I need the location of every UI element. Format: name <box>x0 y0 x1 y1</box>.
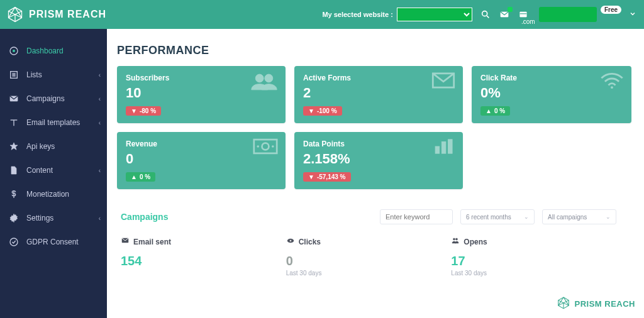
people-icon <box>451 237 460 246</box>
range-selected: 6 recent months <box>466 214 511 221</box>
chevron-left-icon: ‹ <box>99 72 101 79</box>
envelope-icon <box>121 237 130 246</box>
performance-heading: PERFORMANCE <box>117 44 626 57</box>
campaigns-icon <box>9 94 19 104</box>
card-delta: ▲0 % <box>480 106 510 116</box>
svg-marker-16 <box>10 143 18 150</box>
card-title: Data Points <box>303 140 454 148</box>
card-subscribers[interactable]: Subscribers 10 ▼-80 % <box>117 66 286 123</box>
chevron-down-icon <box>629 9 636 20</box>
range-select[interactable]: 6 recent months ⌄ <box>460 209 535 224</box>
sidebar-item-label: GDPR Consent <box>26 238 79 246</box>
stat-label: Clicks <box>299 238 321 246</box>
svg-rect-29 <box>441 142 446 154</box>
sidebar-item-label: Settings <box>26 214 53 222</box>
card-delta: ▼-57,143 % <box>303 172 351 182</box>
card-data-points[interactable]: Data Points 2.158% ▼-57,143 % <box>294 132 463 189</box>
svg-point-23 <box>611 86 613 89</box>
arrow-up-icon: ▲ <box>486 107 492 114</box>
main-content: PERFORMANCE Subscribers 10 ▼-80 % Active… <box>107 29 644 318</box>
brand-name: PRISM REACH <box>29 9 106 20</box>
cards-row-2: Revenue 0 ▲0 % Data Points 2.158% ▼-57,1… <box>117 132 626 189</box>
card-delta: ▲0 % <box>126 172 155 182</box>
stat-email-sent: Email sent 154 <box>121 237 286 277</box>
consent-icon <box>9 237 19 247</box>
sidebar-item-apikeys[interactable]: Api keys <box>0 134 107 158</box>
topbar: PRISM REACH My selected website : Free .… <box>0 0 644 29</box>
chevron-left-icon: ‹ <box>99 119 101 126</box>
stat-value: 154 <box>121 254 286 268</box>
sidebar: Dashboard Lists ‹ Campaigns ‹ Email temp… <box>0 29 107 318</box>
campaign-stats: Email sent 154 Clicks 0 Last 30 days Ope <box>121 237 616 277</box>
sidebar-item-content[interactable]: Content ‹ <box>0 158 107 182</box>
card-revenue[interactable]: Revenue 0 ▲0 % <box>117 132 286 189</box>
chevron-down-icon: ⌄ <box>524 214 529 220</box>
svg-point-25 <box>262 143 269 150</box>
people-icon <box>250 72 278 94</box>
watermark-text: PRISM REACH <box>574 299 635 309</box>
svg-point-19 <box>10 238 18 246</box>
card-click-rate[interactable]: Click Rate 0% ▲0 % <box>472 66 631 123</box>
card-active-forms[interactable]: Active Forms 2 ▼-100 % <box>294 66 463 123</box>
svg-point-21 <box>265 74 273 82</box>
stat-clicks: Clicks 0 Last 30 days <box>286 237 452 277</box>
svg-rect-5 <box>520 12 527 17</box>
sidebar-item-gdpr[interactable]: GDPR Consent <box>0 230 107 254</box>
svg-rect-30 <box>448 140 453 153</box>
sidebar-item-monetization[interactable]: Monetization <box>0 182 107 206</box>
website-select[interactable] <box>397 8 472 21</box>
plan-badge: Free <box>601 6 621 14</box>
sidebar-item-dashboard[interactable]: Dashboard <box>0 39 107 63</box>
sidebar-item-label: Api keys <box>26 142 55 151</box>
sidebar-item-label: Email templates <box>26 118 80 127</box>
notifications-icon[interactable] <box>499 9 510 19</box>
campaigns-header: Campaigns 6 recent months ⌄ All campaign… <box>121 209 616 224</box>
money-icon <box>253 138 278 157</box>
chevron-left-icon: ‹ <box>99 167 101 174</box>
dashboard-icon <box>9 46 19 56</box>
sidebar-item-label: Content <box>26 166 53 175</box>
arrow-down-icon: ▼ <box>131 107 137 114</box>
card-delta: ▼-100 % <box>303 106 342 116</box>
card-value: 2.158% <box>303 151 454 167</box>
arrow-up-icon: ▲ <box>131 173 137 180</box>
campaign-search-input[interactable] <box>380 209 453 224</box>
stat-opens: Opens 17 Last 30 days <box>451 237 616 277</box>
content-icon <box>9 165 19 175</box>
campaign-filter-select[interactable]: All campaigns ⌄ <box>542 209 616 224</box>
stat-value: 0 <box>286 254 452 268</box>
svg-point-27 <box>272 145 274 148</box>
chevron-left-icon: ‹ <box>99 215 101 222</box>
star-icon <box>9 141 19 151</box>
gear-icon <box>9 213 19 223</box>
chevron-down-icon: ⌄ <box>606 214 611 220</box>
filter-selected: All campaigns <box>548 214 587 221</box>
sidebar-item-label: Lists <box>26 70 42 79</box>
sidebar-item-lists[interactable]: Lists ‹ <box>0 63 107 87</box>
search-icon[interactable] <box>480 9 491 19</box>
campaigns-title: Campaigns <box>121 212 372 222</box>
sidebar-item-label: Campaigns <box>26 94 65 103</box>
svg-point-33 <box>289 240 291 242</box>
svg-rect-28 <box>435 146 440 153</box>
selected-website-label: My selected website : <box>322 11 393 18</box>
chevron-left-icon: ‹ <box>99 96 101 102</box>
sidebar-item-label: Monetization <box>26 190 69 199</box>
account-chip <box>539 7 597 22</box>
stat-sub: Last 30 days <box>451 270 616 277</box>
svg-point-35 <box>456 238 458 240</box>
sidebar-item-label: Dashboard <box>26 47 64 55</box>
stat-value: 17 <box>451 254 616 268</box>
sidebar-item-settings[interactable]: Settings ‹ <box>0 206 107 230</box>
brand-logo-icon <box>6 6 24 23</box>
bars-icon <box>434 138 455 157</box>
cards-row-1: Subscribers 10 ▼-80 % Active Forms 2 ▼-1… <box>117 66 626 123</box>
campaigns-panel: Campaigns 6 recent months ⌄ All campaign… <box>117 200 626 277</box>
sidebar-item-templates[interactable]: Email templates ‹ <box>0 111 107 134</box>
wifi-icon <box>600 72 624 91</box>
sidebar-item-campaigns[interactable]: Campaigns ‹ <box>0 87 107 111</box>
brand-logo-icon <box>557 296 570 312</box>
brand: PRISM REACH <box>6 6 106 23</box>
arrow-down-icon: ▼ <box>308 173 314 180</box>
account-menu[interactable]: Free .com <box>539 7 636 22</box>
